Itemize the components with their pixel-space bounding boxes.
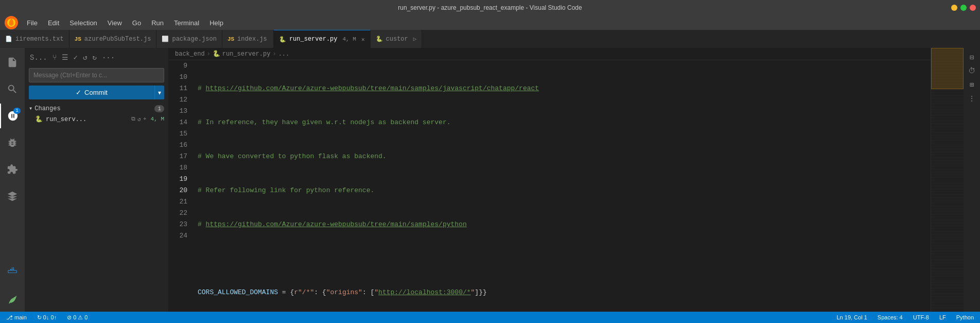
split-icon[interactable]: ⊞	[969, 79, 975, 90]
minimap	[931, 48, 964, 312]
py-icon: 🐍	[279, 36, 286, 43]
code-line-14	[198, 253, 931, 264]
sidebar-toolbar: S... ⑂ ☰ ✓ ↺ ↻ ···	[25, 50, 168, 65]
minimize-button[interactable]	[951, 5, 957, 11]
sidebar-list-icon[interactable]: ☰	[61, 52, 69, 63]
line-num-11: 11	[175, 83, 187, 94]
menu-run[interactable]: Run	[147, 18, 168, 28]
menu-edit[interactable]: Edit	[44, 18, 63, 28]
code-line-12: # Refer following link for python refere…	[198, 185, 931, 196]
status-errors[interactable]: ⊘ 0 ⚠ 0	[65, 314, 90, 321]
menu-help[interactable]: Help	[205, 18, 227, 28]
commit-dropdown-button[interactable]: ▾	[154, 86, 164, 99]
sidebar: S... ⑂ ☰ ✓ ↺ ↻ ··· ✓ Commit ▾ ▾ Changes …	[25, 48, 169, 312]
status-spaces[interactable]: Spaces: 4	[876, 314, 905, 320]
code-editor[interactable]: 9 10 11 12 13 14 15 16 17 18 19 20 21 22…	[169, 60, 931, 312]
more-icon[interactable]: ⋮	[967, 93, 976, 104]
editor-area: back_end › 🐍 run_server.py › ... 9 10 11…	[169, 48, 931, 312]
cursor-position: Ln 19, Col 1	[836, 314, 867, 320]
status-bar: ⎇ main ↻ 0↓ 0↑ ⊘ 0 ⚠ 0 Ln 19, Col 1 Spac…	[0, 312, 980, 323]
sidebar-redo-icon[interactable]: ↻	[91, 52, 97, 63]
commit-message-input[interactable]	[29, 68, 164, 82]
activity-puppet[interactable]	[0, 184, 25, 209]
file-revert-icon[interactable]: ↺	[137, 116, 141, 123]
line-num-22: 22	[175, 208, 187, 219]
app-icon	[4, 15, 19, 30]
tab-label: custor	[386, 36, 408, 43]
close-button[interactable]	[970, 5, 976, 11]
activity-explorer[interactable]	[0, 50, 25, 75]
activity-debug[interactable]	[0, 130, 25, 155]
json-icon: ⬜	[162, 36, 169, 42]
status-sync[interactable]: ↻ 0↓ 0↑	[35, 314, 59, 321]
line-num-9: 9	[175, 60, 187, 72]
line-num-16: 16	[175, 140, 187, 151]
line-num-20: 20	[175, 185, 187, 196]
activity-extensions[interactable]	[0, 157, 25, 182]
timeline-icon[interactable]: ⏱	[967, 66, 976, 76]
sync-count: 0↓ 0↑	[43, 314, 57, 320]
py-icon-2: 🐍	[376, 36, 383, 42]
file-copy-icon[interactable]: ⧉	[131, 116, 135, 123]
commit-label: Commit	[84, 89, 108, 96]
tab-label: run_server.py	[289, 36, 338, 43]
sidebar-undo-icon[interactable]: ↺	[82, 52, 88, 63]
error-count: 0	[73, 314, 76, 320]
line-num-13: 13	[175, 106, 187, 117]
status-language[interactable]: Python	[954, 314, 976, 320]
file-name: run_serv...	[46, 116, 86, 123]
line-num-19: 19	[175, 174, 187, 185]
breadcrumb-py-icon: 🐍	[213, 50, 220, 58]
outline-icon[interactable]: ⊟	[969, 52, 975, 63]
code-content[interactable]: # https://github.com/Azure/azure-webpubs…	[191, 60, 931, 312]
file-stage-icon[interactable]: +	[143, 116, 147, 123]
tab-azurepubsubtest[interactable]: JS azurePubSubTest.js	[69, 30, 157, 48]
activity-docker[interactable]	[0, 260, 25, 285]
tab-package[interactable]: ⬜ package.json	[156, 30, 222, 48]
line-num-18: 18	[175, 162, 187, 174]
breadcrumb-file[interactable]: run_server.py	[222, 50, 271, 58]
menu-selection[interactable]: Selection	[65, 18, 101, 28]
menu-terminal[interactable]: Terminal	[170, 18, 203, 28]
code-line-10: # In reference, they have given w.r.t no…	[198, 117, 931, 128]
language-label: Python	[956, 314, 974, 320]
status-eol[interactable]: LF	[937, 314, 948, 320]
git-badge: 1	[13, 108, 21, 114]
changes-header[interactable]: ▾ Changes 1	[25, 103, 168, 114]
sidebar-more-icon[interactable]: ···	[101, 53, 116, 63]
status-encoding[interactable]: UTF-8	[911, 314, 931, 320]
activity-leaf[interactable]	[0, 287, 25, 312]
code-line-9: # https://github.com/Azure/azure-webpubs…	[198, 83, 931, 94]
commit-button-row: ✓ Commit ▾	[29, 86, 164, 99]
tab-bar: 📄 iirements.txt JS azurePubSubTest.js ⬜ …	[0, 30, 980, 48]
status-branch[interactable]: ⎇ main	[4, 314, 29, 321]
menu-go[interactable]: Go	[128, 18, 145, 28]
sidebar-source-control-icon: S...	[29, 53, 48, 63]
branch-name: main	[14, 314, 27, 320]
tab-custor[interactable]: 🐍 custor ▷	[371, 30, 423, 48]
file-item-run-server[interactable]: 🐍 run_serv... ⧉ ↺ + 4, M	[25, 114, 168, 124]
activity-search[interactable]	[0, 77, 25, 101]
tab-index[interactable]: JS index.js	[222, 30, 274, 48]
minimap-highlight	[931, 48, 964, 89]
activity-git[interactable]: 1	[0, 104, 25, 128]
maximize-button[interactable]	[960, 5, 967, 11]
tab-requirements[interactable]: 📄 iirements.txt	[0, 30, 69, 48]
tab-run-server[interactable]: 🐍 run_server.py 4, M ✕	[274, 30, 371, 48]
git-branch-icon: ⎇	[6, 314, 13, 321]
code-line-15: CORS_ALLOWED_DOMAINS = {r"/*": {"origins…	[198, 287, 931, 298]
tab-close-button[interactable]: ✕	[361, 36, 365, 43]
sidebar-check-icon[interactable]: ✓	[73, 52, 79, 63]
tab-extra: 4, M	[343, 36, 356, 42]
menu-view[interactable]: View	[103, 18, 126, 28]
commit-area: ✓ Commit ▾	[25, 65, 168, 103]
line-num-12: 12	[175, 94, 187, 106]
breadcrumb-back-end[interactable]: back_end	[175, 50, 205, 58]
commit-button[interactable]: ✓ Commit	[29, 86, 154, 99]
python-file-icon: 🐍	[35, 115, 43, 123]
status-cursor[interactable]: Ln 19, Col 1	[834, 314, 869, 320]
menu-file[interactable]: File	[23, 18, 42, 28]
eol-label: LF	[939, 314, 946, 320]
warning-count: 0	[84, 314, 87, 320]
sidebar-branch-icon[interactable]: ⑂	[51, 53, 58, 63]
